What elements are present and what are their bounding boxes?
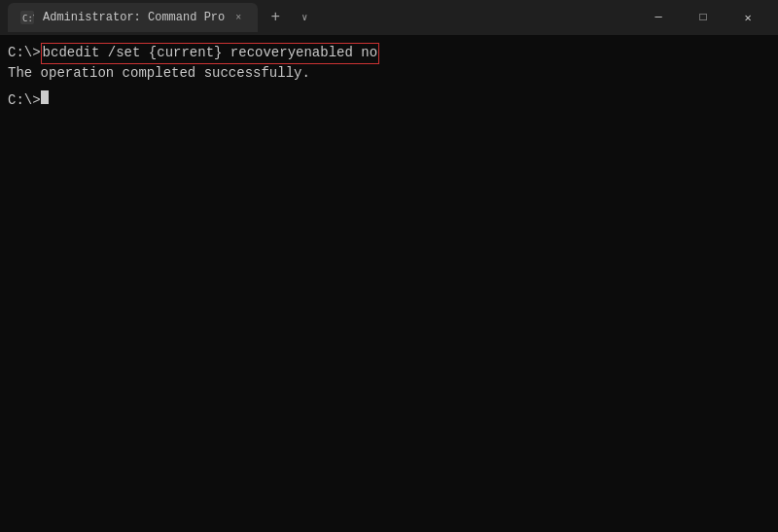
tab-close-button[interactable]: × (230, 10, 246, 25)
tab-area: C:\ Administrator: Command Pro × + ∨ (8, 3, 636, 32)
output-text: The operation completed successfully. (8, 64, 310, 84)
terminal-line-2: The operation completed successfully. (8, 64, 770, 84)
cursor (41, 90, 49, 104)
prompt-2: C:\> (8, 91, 41, 111)
tab-dropdown-button[interactable]: ∨ (293, 6, 316, 29)
minimize-button[interactable]: ─ (636, 0, 681, 35)
close-button[interactable]: ✕ (725, 0, 770, 35)
svg-text:C:\: C:\ (22, 14, 34, 23)
maximize-button[interactable]: □ (681, 0, 725, 35)
active-tab[interactable]: C:\ Administrator: Command Pro × (8, 3, 258, 32)
tab-label: Administrator: Command Pro (43, 11, 225, 24)
new-tab-button[interactable]: + (262, 4, 289, 31)
window-controls: ─ □ ✕ (636, 0, 770, 35)
terminal-area[interactable]: C:\>bcdedit /set {current} recoveryenabl… (0, 35, 778, 532)
terminal-line-3: C:\> (8, 90, 770, 111)
titlebar: C:\ Administrator: Command Pro × + ∨ ─ □… (0, 0, 778, 35)
prompt-1: C:\> (8, 44, 41, 63)
tab-icon: C:\ (19, 10, 35, 25)
terminal-line-1: C:\>bcdedit /set {current} recoveryenabl… (8, 43, 770, 64)
command-highlighted: bcdedit /set {current} recoveryenabled n… (41, 43, 379, 64)
